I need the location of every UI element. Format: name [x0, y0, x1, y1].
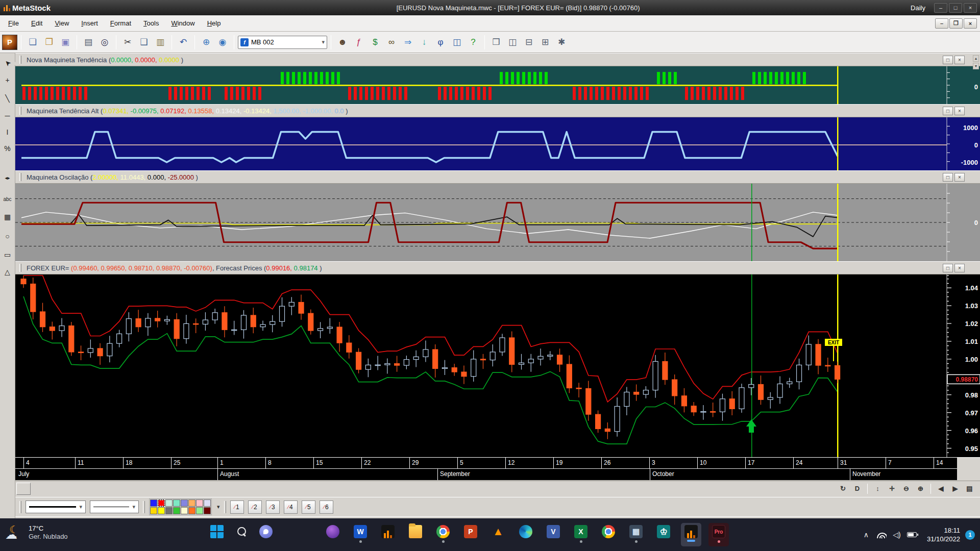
pane-splitter-tool[interactable]: ◂▸	[1, 171, 14, 184]
power-console-button[interactable]: P	[2, 35, 17, 50]
undo-icon[interactable]: ↶	[176, 35, 191, 50]
color-swatch[interactable]	[173, 499, 180, 507]
notification-badge[interactable]: 1	[965, 530, 975, 540]
color-swatch[interactable]	[181, 499, 188, 507]
color-swatch[interactable]	[173, 507, 180, 514]
color-swatch[interactable]	[196, 507, 203, 514]
print-icon[interactable]: ▤	[81, 35, 96, 50]
metastock-active-icon[interactable]	[681, 523, 701, 546]
battery-icon[interactable]	[904, 532, 920, 537]
triangle-tool[interactable]: △	[1, 265, 14, 278]
chart-preset-1-button[interactable]: ∕1	[230, 500, 244, 514]
powerpoint-icon[interactable]: P	[460, 523, 481, 546]
forecast-arrow-icon[interactable]: ⇒	[400, 35, 415, 50]
menu-format[interactable]: Format	[104, 17, 137, 30]
paste-icon[interactable]: ▥	[153, 35, 168, 50]
wifi-icon[interactable]	[874, 532, 889, 538]
menu-help[interactable]: Help	[201, 17, 227, 30]
report-icon[interactable]: ◫	[449, 35, 464, 50]
pointer-tool[interactable]: ➤	[0, 55, 16, 72]
expert-advisor-icon[interactable]: ☻	[335, 35, 350, 50]
child-close-button[interactable]: ×	[964, 18, 977, 29]
vertical-scale-button[interactable]: ↕	[871, 483, 884, 494]
edge-icon[interactable]	[516, 523, 536, 546]
scroll-right-button[interactable]: ▶	[949, 483, 962, 494]
metastock-icon[interactable]	[378, 523, 398, 546]
color-swatch[interactable]	[158, 499, 165, 507]
panel-maximize-button[interactable]: □	[943, 264, 953, 272]
color-swatch[interactable]	[165, 507, 173, 514]
periodicity-daily-button[interactable]: D	[851, 483, 864, 494]
zoom-selection-icon[interactable]: ◉	[215, 35, 230, 50]
rectangle-tool[interactable]: ▭	[1, 248, 14, 261]
panel-maximize-button[interactable]: □	[943, 107, 953, 115]
maximize-button[interactable]: □	[949, 3, 962, 13]
dollar-icon[interactable]: $	[368, 35, 383, 50]
line-style-select[interactable]: ▾	[26, 500, 86, 513]
horizontal-line-tool[interactable]: ─	[1, 109, 14, 122]
new-chart-icon[interactable]: ❏	[25, 35, 40, 50]
copy-icon[interactable]: ❑	[136, 35, 152, 50]
panel-maximize-button[interactable]: □	[943, 56, 953, 64]
chart-p1[interactable]: 0	[15, 66, 980, 104]
pane-down-button[interactable]: ▼	[973, 63, 979, 69]
panel-grip[interactable]	[19, 173, 21, 181]
panel-header-p4[interactable]: FOREX EUR= (0.99460, 0.99650, 0.98710, 0…	[15, 261, 980, 274]
explorer-binoculars-icon[interactable]: ∞	[384, 35, 399, 50]
tile-horizontal-icon[interactable]: ⊟	[521, 35, 536, 50]
chart-preset-3-button[interactable]: ∕3	[266, 500, 280, 514]
app-purple-icon[interactable]	[323, 523, 343, 546]
panel-close-button[interactable]: ×	[954, 173, 965, 182]
panel-grip[interactable]	[19, 264, 21, 272]
chart-preset-6-button[interactable]: ∕6	[320, 500, 333, 514]
template-select[interactable]: fMB 002▾	[238, 36, 327, 49]
chat-icon[interactable]	[256, 523, 276, 546]
clock[interactable]: 18:11 31/10/2022	[927, 526, 960, 543]
panel-close-button[interactable]: ×	[954, 264, 965, 272]
print-preview-icon[interactable]: ◎	[97, 35, 112, 50]
zoom-out-button[interactable]: ⊖	[900, 483, 913, 494]
volume-icon[interactable]: ◁)	[889, 531, 904, 539]
color-swatch[interactable]	[158, 507, 165, 514]
menu-window[interactable]: Window	[165, 17, 201, 30]
start-button[interactable]	[207, 523, 227, 546]
word-icon[interactable]: W	[350, 523, 371, 546]
semilog-scale-tool[interactable]: %	[1, 142, 14, 155]
palette-more-button[interactable]: ▾	[217, 504, 220, 510]
text-cursor-tool[interactable]: I	[1, 126, 14, 138]
menu-file[interactable]: File	[2, 17, 25, 30]
scroll-left-button[interactable]: ◀	[935, 483, 947, 494]
color-swatch[interactable]	[181, 507, 188, 514]
close-button[interactable]: ×	[964, 3, 977, 13]
indicator-builder-icon[interactable]: ƒ	[351, 35, 366, 50]
color-swatch[interactable]	[188, 507, 195, 514]
crosshair-pointer-icon[interactable]: ⊕	[199, 35, 214, 50]
ellipse-tool[interactable]: ○	[1, 230, 14, 242]
color-swatch[interactable]	[196, 499, 203, 507]
panel-header-p3[interactable]: Maquineta Oscilação (2.00000, 11.0443, 0…	[15, 170, 980, 184]
refresh-button[interactable]: ↻	[837, 483, 849, 494]
panel-header-p1[interactable]: Nova Maquineta Tendência (0.0000, 0.0000…	[15, 53, 980, 66]
data-window-button[interactable]: ▤	[963, 483, 976, 494]
panel-maximize-button[interactable]: □	[943, 173, 953, 182]
panel-grip[interactable]	[19, 56, 21, 64]
child-minimize-button[interactable]: –	[935, 18, 948, 29]
pan-button[interactable]: ✛	[886, 483, 898, 494]
color-swatch[interactable]	[188, 499, 195, 507]
menu-insert[interactable]: Insert	[75, 17, 104, 30]
chart-preset-4-button[interactable]: ∕4	[284, 500, 298, 514]
tile-grid-icon[interactable]: ⊞	[537, 35, 553, 50]
pane-up-button[interactable]: ▲	[973, 55, 979, 62]
grid-tool[interactable]: ▦	[1, 210, 14, 223]
menu-edit[interactable]: Edit	[25, 17, 48, 30]
system-tester-icon[interactable]: φ	[433, 35, 448, 50]
visio-icon[interactable]: V	[543, 523, 564, 546]
chart-preset-2-button[interactable]: ∕2	[248, 500, 262, 514]
tray-chevron-icon[interactable]: ∧	[859, 531, 874, 539]
excel-icon[interactable]: X	[571, 523, 591, 546]
line-thickness-select[interactable]: ▾	[90, 500, 139, 513]
menu-view[interactable]: View	[48, 17, 75, 30]
context-help-icon[interactable]: ?	[465, 35, 481, 50]
panel-header-p2[interactable]: Maquineta Tendência Alt (0.07341, -0.009…	[15, 104, 980, 117]
text-tool[interactable]: abc	[1, 193, 14, 206]
